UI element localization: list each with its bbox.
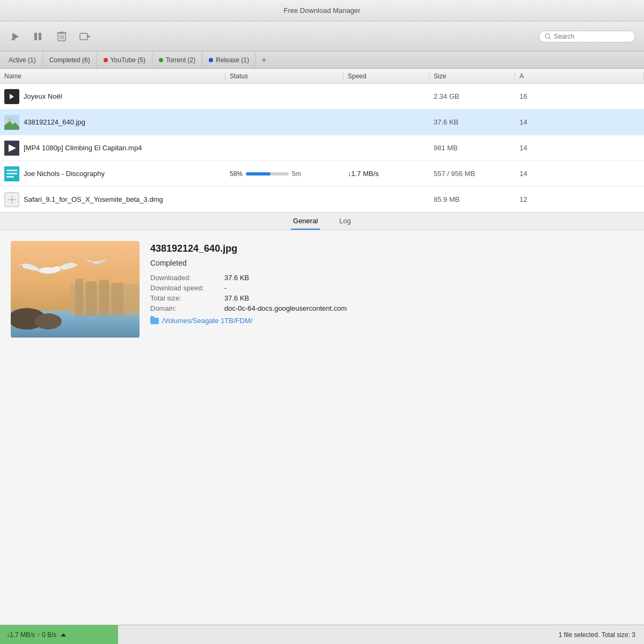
svg-rect-24 [6,170,17,171]
added-cell: 14 [515,170,644,178]
trash-icon [57,31,67,42]
main-content: Name Status Speed Size A Joyeux Noël 2.3… [0,69,644,644]
svg-rect-36 [75,279,83,316]
filename: Safari_9.1_for_OS_X_Yosemite_beta_3.dmg [24,195,163,203]
filename: [MP4 1080p] Climbing El Capitan.mp4 [24,144,142,152]
detail-speed-row: Download speed: - [150,284,633,292]
detail-tab-log[interactable]: Log [337,213,353,230]
speed-cell: ↓1.7 MB/s [343,170,429,178]
svg-point-44 [99,261,102,263]
tab-torrent-label: Torrent (2) [166,56,195,64]
delete-button[interactable] [55,29,69,44]
svg-rect-37 [86,281,97,316]
status-cell: 58% 5m [225,170,343,178]
svg-rect-3 [39,33,41,40]
file-name-cell: Joe Nichols - Discography [0,166,225,181]
file-name-cell: Joyeux Noël [0,89,225,104]
svg-rect-4 [34,39,37,40]
release-dot [209,58,213,62]
search-input[interactable] [554,33,629,40]
file-icon [4,192,19,207]
status-speeds: ↓1.7 MB/s ↑ 0 B/s [0,625,118,644]
col-header-size: Size [429,72,515,80]
svg-line-15 [549,38,551,39]
svg-rect-5 [39,39,41,40]
table-header: Name Status Speed Size A [0,69,644,84]
downloaded-label: Downloaded: [150,274,220,282]
col-header-status: Status [225,72,343,80]
detail-info: 438192124_640.jpg Completed Downloaded: … [150,241,633,338]
detail-domain-row: Domain: doc-0c-64-docs.googleusercontent… [150,304,633,312]
torrent-dot [159,58,163,62]
size-cell: 557 / 956 MB [429,170,515,178]
file-name-cell: Safari_9.1_for_OS_X_Yosemite_beta_3.dmg [0,192,225,207]
filename: Joe Nichols - Discography [24,170,105,178]
file-name-cell: 438192124_640.jpg [0,115,225,130]
detail-tab-general[interactable]: General [291,213,320,230]
move-button[interactable] [77,30,93,43]
youtube-dot [104,58,108,62]
filename: 438192124_640.jpg [24,118,85,126]
tab-torrent[interactable]: Torrent (2) [152,52,202,68]
tab-completed[interactable]: Completed (6) [43,52,97,68]
toolbar [0,21,644,52]
added-cell: 12 [515,195,644,203]
progress-container: 58% 5m [230,170,339,178]
pause-button[interactable] [31,30,46,43]
add-tab-button[interactable]: + [256,52,272,68]
file-icon [4,115,19,130]
svg-point-41 [53,266,61,272]
file-icon [4,166,19,181]
table-row[interactable]: [MP4 1080p] Climbing El Capitan.mp4 981 … [0,135,644,161]
detail-path[interactable]: /Volumes/Seagate 1TB/FDM/ [150,317,633,325]
folder-icon [150,318,159,324]
added-cell: 16 [515,92,644,100]
size-cell: 37.6 KB [429,118,515,126]
svg-rect-25 [6,173,17,174]
filename: Joyeux Noël [24,92,62,100]
svg-rect-39 [112,283,123,316]
chevron-up-icon[interactable] [61,633,66,636]
table-row[interactable]: Joe Nichols - Discography 58% 5m ↓1.7 MB… [0,161,644,187]
search-box[interactable] [539,31,635,42]
table-row[interactable]: Safari_9.1_for_OS_X_Yosemite_beta_3.dmg … [0,187,644,213]
app-title: Free Download Manager [283,6,360,14]
speed-label: Download speed: [150,284,220,292]
tabs-bar: Active (1) Completed (6) YouTube (5) Tor… [0,52,644,69]
domain-value: doc-0c-64-docs.googleusercontent.com [224,304,347,312]
tab-active[interactable]: Active (1) [2,52,43,68]
search-icon [545,33,551,40]
progress-time: 5m [292,170,301,178]
selection-info: 1 file selected. Total size: 3 [559,631,635,639]
tab-completed-label: Completed (6) [49,56,90,64]
table-row[interactable]: 438192124_640.jpg 37.6 KB 14 [0,109,644,135]
svg-rect-2 [34,33,37,40]
tab-active-label: Active (1) [9,56,36,64]
detail-content: 438192124_640.jpg Completed Downloaded: … [0,230,644,348]
size-cell: 2.34 GB [429,92,515,100]
size-cell: 85.9 MB [429,195,515,203]
tab-youtube-label: YouTube (5) [111,56,145,64]
play-icon [11,32,20,41]
pause-icon [33,32,44,41]
downloaded-value: 37.6 KB [224,274,249,282]
status-info: 1 file selected. Total size: 3 [118,625,644,644]
speed-value: - [224,284,226,292]
start-button[interactable] [9,30,23,43]
col-header-name: Name [0,72,225,80]
size-label: Total size: [150,294,220,302]
svg-point-14 [545,34,550,38]
detail-status: Completed [150,259,633,267]
domain-label: Domain: [150,304,220,312]
file-name-cell: [MP4 1080p] Climbing El Capitan.mp4 [0,141,225,156]
status-bar: ↓1.7 MB/s ↑ 0 B/s 1 file selected. Total… [0,625,644,644]
col-header-speed: Speed [343,72,429,80]
progress-fill [246,172,270,175]
tab-youtube[interactable]: YouTube (5) [97,52,152,68]
size-cell: 981 MB [429,144,515,152]
detail-downloaded-row: Downloaded: 37.6 KB [150,274,633,282]
progress-percent: 58% [230,170,243,178]
table-row[interactable]: Joyeux Noël 2.34 GB 16 [0,84,644,109]
move-icon [79,32,91,41]
tab-release[interactable]: Release (1) [202,52,256,68]
